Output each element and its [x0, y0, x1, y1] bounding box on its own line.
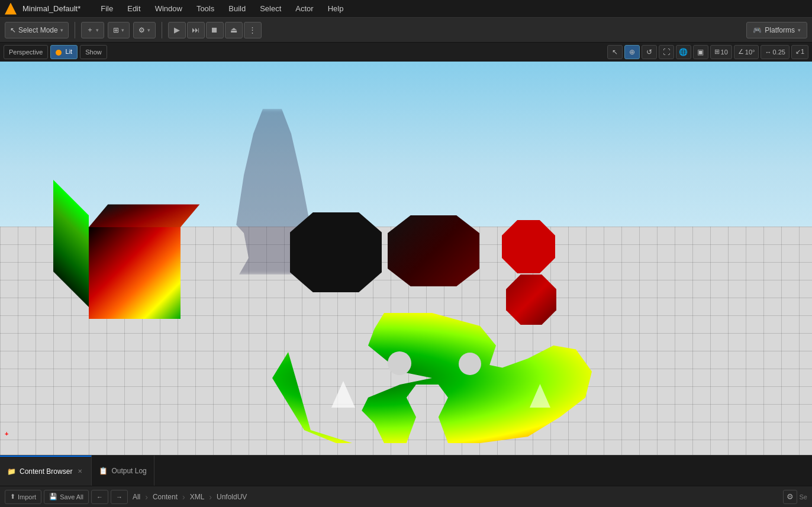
cube-side-face: [53, 180, 89, 307]
perspective-button[interactable]: Perspective: [4, 45, 48, 59]
platforms-icon: 🎮: [753, 26, 762, 34]
main-toolbar: ↖ Select Mode ▾ ＋ ▾ ⊞ ▾ ⚙ ▾ ▶ ⏭ ⏹ ⏏ ⋮ 🎮: [0, 18, 812, 43]
content-icon: ⊞: [113, 26, 119, 34]
platforms-label: Platforms: [765, 26, 795, 34]
angle-value: 10°: [745, 49, 755, 56]
crumb-unfold-uv[interactable]: UnfoldUV: [214, 492, 249, 502]
scale-size-display: ↔ 0.25: [761, 45, 789, 59]
shape-hole-left: [388, 351, 411, 375]
shape-hole-right: [459, 353, 481, 375]
advance-frame-button[interactable]: ⏭: [187, 22, 205, 38]
nav-back-button[interactable]: ←: [91, 490, 108, 504]
octagon-red-bottom: [506, 275, 556, 325]
add-icon: ＋: [86, 25, 94, 35]
settings-button[interactable]: ⚙ ▾: [133, 22, 156, 38]
save-all-button[interactable]: 💾 Save All: [44, 490, 89, 504]
sep-2: [162, 22, 162, 38]
grid-value: 10: [721, 49, 728, 56]
content-browser-close[interactable]: ✕: [76, 467, 84, 475]
more-button[interactable]: ⋮: [244, 22, 262, 38]
app-logo: [5, 3, 17, 15]
scale-icon: ↔: [765, 49, 771, 56]
play-icon: ▶: [174, 25, 180, 34]
add-chevron: ▾: [96, 27, 99, 33]
footer-settings-button[interactable]: ⚙: [783, 490, 797, 504]
viewport-right-controls: ↖ ⊕ ↺ ⛶ 🌐 ▣ ⊞ 10 ∠ 10° ↔ 0.25 ↙1: [607, 45, 808, 59]
stop-button[interactable]: ⏹: [206, 22, 224, 38]
platforms-chevron: ▾: [798, 27, 801, 33]
bottom-panel: 📁 Content Browser ✕ 📋 Output Log: [0, 455, 812, 486]
play-controls: ▶ ⏭ ⏹ ⏏ ⋮: [168, 22, 262, 38]
import-button[interactable]: ⬆ Import: [5, 490, 41, 504]
viewport-header: Perspective Lit Show ↖ ⊕ ↺ ⛶ 🌐 ▣ ⊞ 10 ∠ …: [0, 43, 812, 62]
aspect-ctrl-button[interactable]: ▣: [693, 45, 708, 59]
settings-chevron: ▾: [147, 27, 150, 33]
settings-icon: ⚙: [138, 26, 145, 34]
menu-actor[interactable]: Actor: [289, 3, 319, 14]
hex-shape-black: [290, 212, 382, 292]
crumb-content[interactable]: Content: [150, 492, 180, 502]
octagon-red-top: [502, 220, 555, 273]
footer-right-controls: ⚙ Se: [783, 490, 807, 504]
select-ctrl-button[interactable]: ↖: [607, 45, 623, 59]
rotate-ctrl-button[interactable]: ↺: [642, 45, 657, 59]
menu-tools[interactable]: Tools: [191, 3, 220, 14]
content-button[interactable]: ⊞ ▾: [108, 22, 130, 38]
menu-edit[interactable]: Edit: [121, 3, 146, 14]
menu-window[interactable]: Window: [149, 3, 188, 14]
content-browser-label: Content Browser: [20, 467, 72, 476]
back-icon: ←: [96, 493, 103, 500]
tab-content-browser[interactable]: 📁 Content Browser ✕: [0, 456, 92, 486]
footer-breadcrumb: ⬆ Import 💾 Save All ← → All › Content › …: [0, 486, 812, 507]
fullscreen-ctrl-button[interactable]: ⛶: [659, 45, 674, 59]
select-mode-label: Select Mode: [18, 26, 58, 34]
translate-ctrl-button[interactable]: ⊕: [624, 45, 640, 59]
axis-indicator: +: [5, 430, 8, 437]
platforms-button[interactable]: 🎮 Platforms ▾: [746, 22, 807, 38]
nav-forward-button[interactable]: →: [111, 490, 128, 504]
add-button[interactable]: ＋ ▾: [81, 22, 104, 38]
3d-cube: [53, 195, 183, 325]
gear-icon: ⚙: [787, 492, 794, 501]
import-icon: ⬆: [10, 493, 15, 500]
sep-crumb-1: ›: [145, 492, 148, 502]
angle-size-display: ∠ 10°: [734, 45, 759, 59]
play-button[interactable]: ▶: [168, 22, 186, 38]
tab-output-log[interactable]: 📋 Output Log: [92, 456, 154, 486]
app-title: Minimal_Default*: [22, 4, 80, 13]
lit-button[interactable]: Lit: [50, 45, 78, 59]
forward-icon: →: [116, 493, 123, 500]
output-log-icon: 📋: [99, 467, 108, 475]
cube-top-face: [89, 205, 199, 228]
viewport[interactable]: +: [0, 62, 812, 455]
select-mode-icon: ↖: [10, 26, 16, 34]
cube-front-face: [89, 227, 181, 319]
hex-shape-dark: [388, 215, 479, 286]
crumb-all[interactable]: All: [130, 492, 143, 502]
menu-help[interactable]: Help: [322, 3, 350, 14]
select-mode-button[interactable]: ↖ Select Mode ▾: [5, 22, 69, 38]
show-button[interactable]: Show: [80, 45, 107, 59]
content-browser-icon: 📁: [7, 467, 16, 476]
footer-extra-label: Se: [800, 493, 807, 500]
menu-build[interactable]: Build: [223, 3, 252, 14]
sep-1: [75, 22, 75, 38]
save-all-icon: 💾: [49, 493, 57, 500]
menu-file[interactable]: File: [95, 3, 119, 14]
lit-dot: [56, 50, 62, 56]
content-chevron: ▾: [121, 27, 124, 33]
grid-size-display: ⊞ 10: [710, 45, 732, 59]
sep-crumb-2: ›: [182, 492, 185, 502]
eject-button[interactable]: ⏏: [225, 22, 243, 38]
menu-select[interactable]: Select: [254, 3, 287, 14]
menu-bar: Minimal_Default* File Edit Window Tools …: [0, 0, 812, 18]
save-all-label: Save All: [60, 493, 83, 500]
sep-crumb-3: ›: [209, 492, 212, 502]
more-icon: ⋮: [249, 25, 256, 34]
crumb-xml[interactable]: XML: [188, 492, 207, 502]
output-log-label: Output Log: [111, 467, 146, 475]
lit-label: Lit: [66, 48, 73, 55]
import-label: Import: [18, 493, 36, 500]
eject-icon: ⏏: [230, 25, 237, 34]
globe-ctrl-button[interactable]: 🌐: [676, 45, 691, 59]
